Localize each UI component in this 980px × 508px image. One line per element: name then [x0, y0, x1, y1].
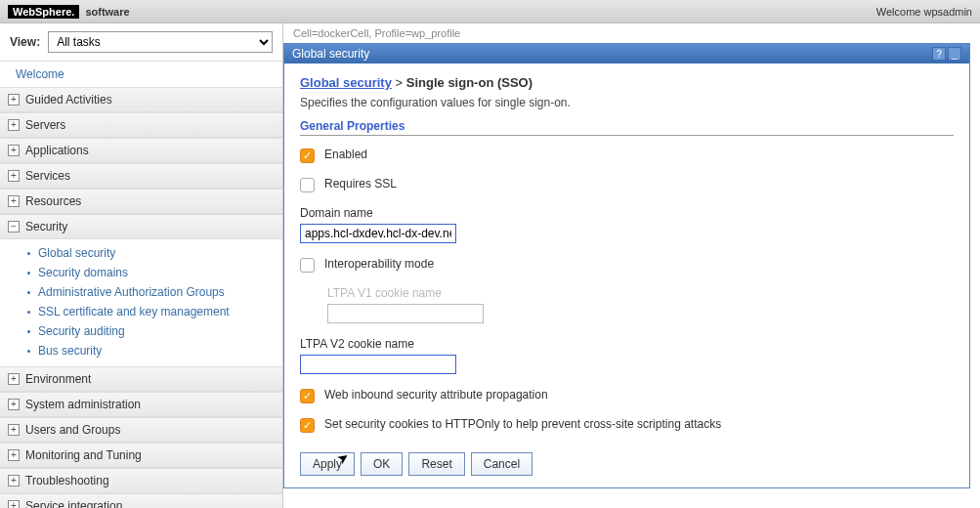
nav-section: +Applications: [0, 138, 282, 163]
expand-icon[interactable]: +: [8, 475, 20, 487]
nav-section-title: Users and Groups: [25, 423, 120, 437]
nav-section-header[interactable]: +Monitoring and Tuning: [0, 444, 282, 468]
nav-child-link[interactable]: Security auditing: [27, 321, 282, 341]
nav-section-header[interactable]: +Applications: [0, 139, 282, 163]
nav-section: +Troubleshooting: [0, 468, 282, 493]
nav-section-header[interactable]: +Resources: [0, 190, 282, 214]
brand-suffix: software: [85, 6, 129, 18]
collapse-icon[interactable]: −: [8, 221, 20, 233]
nav-section-header[interactable]: +System administration: [0, 393, 282, 417]
breadcrumb: Global security > Single sign-on (SSO): [300, 75, 954, 90]
nav-section: +Monitoring and Tuning: [0, 443, 282, 468]
expand-icon[interactable]: +: [8, 399, 20, 410]
apply-button[interactable]: Apply: [300, 452, 355, 476]
nav-section-header[interactable]: +Environment: [0, 367, 282, 392]
nav-section-header[interactable]: +Service integration: [0, 494, 282, 508]
field-httponly: Set security cookies to HTTPOnly to help…: [300, 417, 954, 433]
nav-section-header[interactable]: +Troubleshooting: [0, 469, 282, 493]
nav-section: +Users and Groups: [0, 417, 282, 443]
nav-section: +Servers: [0, 112, 282, 138]
interop-checkbox[interactable]: [300, 258, 315, 273]
bullet-icon: [27, 330, 30, 333]
expand-icon[interactable]: +: [8, 449, 20, 461]
enabled-checkbox[interactable]: [300, 148, 315, 163]
nav-welcome-link[interactable]: Welcome: [0, 62, 282, 87]
bullet-icon: [27, 272, 30, 275]
view-select[interactable]: All tasks: [48, 31, 273, 53]
nav-section-header[interactable]: +Guided Activities: [0, 88, 282, 112]
nav-section: +Environment: [0, 366, 282, 392]
field-enabled: Enabled: [300, 148, 954, 163]
breadcrumb-current: Single sign-on (SSO): [406, 75, 533, 90]
breadcrumb-sep: >: [396, 75, 404, 90]
nav-section-title: System administration: [25, 398, 141, 411]
nav-section: +Service integration: [0, 493, 282, 508]
nav-section: −SecurityGlobal securitySecurity domains…: [0, 214, 282, 366]
domain-name-input[interactable]: [300, 224, 456, 243]
nav-child-link[interactable]: SSL certificate and key management: [27, 302, 282, 321]
nav-child-label: Bus security: [38, 344, 102, 358]
expand-icon[interactable]: +: [8, 145, 20, 156]
bullet-icon: [27, 252, 30, 255]
nav-section-title: Applications: [25, 144, 89, 157]
expand-icon[interactable]: +: [8, 373, 20, 385]
nav-section-header[interactable]: +Services: [0, 164, 282, 189]
breadcrumb-link[interactable]: Global security: [300, 75, 392, 90]
nav-child-label: Global security: [38, 246, 115, 260]
reset-button[interactable]: Reset: [408, 452, 464, 476]
nav-section-title: Servers: [25, 118, 65, 132]
expand-icon[interactable]: +: [8, 170, 20, 182]
requires-ssl-label: Requires SSL: [324, 177, 397, 190]
nav-child-link[interactable]: Security domains: [27, 263, 282, 282]
left-nav: View: All tasks Welcome +Guided Activiti…: [0, 23, 283, 508]
expand-icon[interactable]: +: [8, 500, 20, 508]
bullet-icon: [27, 311, 30, 314]
view-selector-row: View: All tasks: [0, 23, 282, 62]
nav-child-link[interactable]: Administrative Authorization Groups: [27, 282, 282, 302]
expand-icon[interactable]: +: [8, 94, 20, 106]
nav-section-title: Resources: [25, 194, 81, 208]
cancel-button[interactable]: Cancel: [471, 452, 533, 476]
main-content: Cell=dockerCell, Profile=wp_profile Glob…: [283, 23, 980, 508]
ltpa-v2-input[interactable]: [300, 355, 456, 374]
httponly-label: Set security cookies to HTTPOnly to help…: [324, 417, 721, 431]
general-properties-header: General Properties: [300, 119, 954, 136]
panel: Global security ? _ Global security > Si…: [283, 43, 970, 488]
expand-icon[interactable]: +: [8, 119, 20, 131]
bullet-icon: [27, 291, 30, 294]
nav-section-title: Troubleshooting: [25, 474, 109, 487]
ok-button[interactable]: OK: [361, 452, 403, 476]
nav-child-link[interactable]: Global security: [27, 243, 282, 263]
bullet-icon: [27, 350, 30, 353]
requires-ssl-checkbox[interactable]: [300, 178, 315, 192]
field-requires-ssl: Requires SSL: [300, 177, 954, 192]
panel-title-bar: Global security ? _: [284, 44, 969, 64]
brand: WebSphere. software: [8, 5, 130, 19]
nav-child-label: Security domains: [38, 266, 128, 279]
expand-icon[interactable]: +: [8, 195, 20, 207]
nav-section-header[interactable]: −Security: [0, 215, 282, 239]
help-icon[interactable]: ?: [932, 47, 946, 61]
web-inbound-label: Web inbound security attribute propagati…: [324, 388, 548, 402]
domain-name-label: Domain name: [300, 206, 456, 220]
brand-logo: WebSphere.: [8, 5, 79, 19]
nav-section-header[interactable]: +Users and Groups: [0, 418, 282, 443]
context-line: Cell=dockerCell, Profile=wp_profile: [283, 23, 980, 43]
nav-section-header[interactable]: +Servers: [0, 113, 282, 138]
expand-icon[interactable]: +: [8, 424, 20, 436]
panel-body: Global security > Single sign-on (SSO) S…: [284, 64, 969, 487]
nav-section-title: Environment: [25, 372, 91, 386]
nav-child-label: SSL certificate and key management: [38, 305, 230, 318]
nav-child-label: Administrative Authorization Groups: [38, 285, 225, 299]
nav-section-title: Guided Activities: [25, 93, 112, 106]
welcome-user: Welcome wpsadmin: [876, 6, 972, 18]
web-inbound-checkbox[interactable]: [300, 389, 315, 403]
nav-section-title: Monitoring and Tuning: [25, 448, 142, 462]
enabled-label: Enabled: [324, 148, 367, 161]
minimize-icon[interactable]: _: [948, 47, 961, 61]
httponly-checkbox[interactable]: [300, 418, 315, 433]
nav-child-link[interactable]: Bus security: [27, 341, 282, 360]
interop-label: Interoperability mode: [324, 257, 434, 271]
top-bar: WebSphere. software Welcome wpsadmin: [0, 0, 980, 23]
nav-section: +Guided Activities: [0, 87, 282, 112]
